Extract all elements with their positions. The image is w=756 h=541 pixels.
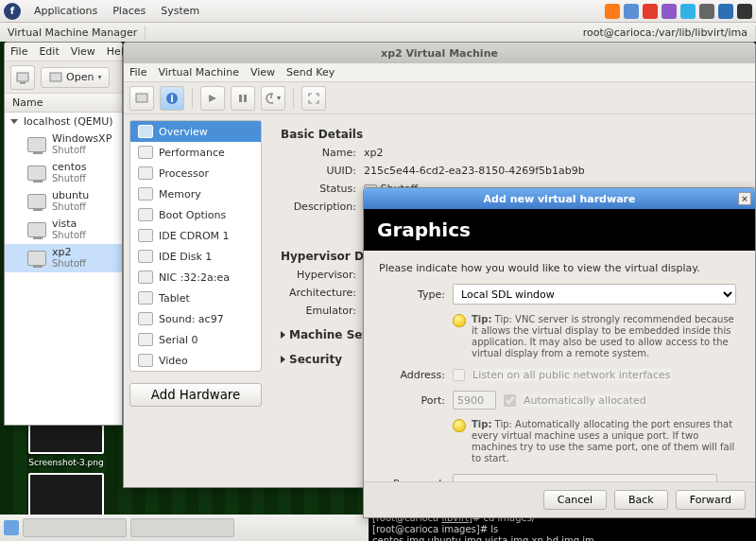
vm-row-vista[interactable]: vistaShutoff	[5, 216, 122, 244]
pidgin-icon[interactable]	[662, 4, 677, 19]
sidebar-item-icon	[138, 146, 153, 159]
update-icon[interactable]	[718, 4, 733, 19]
vm-state: Shutoff	[52, 230, 86, 241]
panel-menu-places[interactable]: Places	[105, 5, 153, 17]
type-select[interactable]: Local SDL window	[453, 284, 736, 305]
vm-row-centos[interactable]: centosShutoff	[5, 159, 122, 187]
vm-state: Shutoff	[52, 201, 89, 213]
sidebar-item-processor[interactable]: Processor	[130, 163, 261, 183]
vm-name: ubuntu	[52, 190, 89, 201]
svg-rect-3	[136, 94, 147, 102]
vm-detail-toolbar: i ▾	[124, 82, 755, 114]
sidebar-item-label: IDE CDROM 1	[159, 230, 230, 242]
vmm-col-name[interactable]: Name	[5, 94, 122, 113]
uuid-label: UUID:	[281, 165, 356, 177]
sidebar-item-label: NIC :32:2a:ea	[159, 271, 230, 284]
monitor-icon	[27, 251, 46, 266]
close-icon[interactable]: ×	[738, 192, 751, 205]
add-hardware-button[interactable]: Add Hardware	[129, 383, 262, 407]
task-terminal[interactable]: root@carioca:/var/lib/libvirt/ima	[576, 26, 756, 40]
bottom-task-2[interactable]	[130, 518, 234, 537]
email-icon[interactable]	[624, 4, 639, 19]
wizard-body: Please indicate how you would like to vi…	[364, 251, 755, 481]
opera-icon[interactable]	[643, 4, 658, 19]
run-button[interactable]	[200, 86, 225, 111]
password-field	[453, 474, 717, 481]
vm-row-xp2[interactable]: xp2Shutoff	[5, 244, 122, 272]
vm-name: centos	[52, 162, 87, 173]
tip-port: Tip: Tip: Automatically allocating the p…	[453, 419, 740, 464]
sidebar-item-boot-options[interactable]: Boot Options	[130, 204, 261, 225]
panel-menu-system[interactable]: System	[153, 5, 207, 17]
console-button[interactable]	[129, 86, 154, 111]
details-button[interactable]: i	[160, 86, 184, 111]
new-vm-button[interactable]	[10, 65, 35, 90]
gnome-panel: f Applications Places System	[0, 0, 756, 23]
vmm-menu-view[interactable]: View	[71, 45, 95, 58]
bottom-task-1[interactable]	[23, 518, 127, 537]
vm-row-ubuntu[interactable]: ubuntuShutoff	[5, 187, 122, 216]
sidebar-item-memory[interactable]: Memory	[130, 183, 261, 204]
sidebar-item-tablet[interactable]: Tablet	[130, 288, 261, 308]
monitor-icon	[27, 137, 46, 152]
sidebar-item-icon	[138, 208, 153, 221]
monitor-icon	[27, 166, 46, 181]
lightbulb-icon	[453, 314, 466, 327]
audio-icon[interactable]	[699, 4, 714, 19]
firefox-icon[interactable]	[605, 4, 620, 19]
sidebar-item-performance[interactable]: Performance	[130, 142, 261, 163]
monitor-icon	[27, 194, 46, 209]
vmd-menu-file[interactable]: File	[129, 66, 146, 79]
vm-detail-titlebar[interactable]: xp2 Virtual Machine	[124, 43, 755, 63]
show-desktop-icon[interactable]	[4, 520, 19, 535]
cancel-button[interactable]: Cancel	[543, 490, 607, 510]
sidebar-item-nic-32-2a-ea[interactable]: NIC :32:2a:ea	[130, 267, 261, 288]
fedora-logo-icon[interactable]: f	[4, 3, 21, 20]
sidebar-item-label: Tablet	[159, 292, 190, 305]
sidebar-item-sound-ac97[interactable]: Sound: ac97	[130, 308, 261, 329]
vmm-menu-file[interactable]: File	[10, 45, 27, 58]
wizard-title: Add new virtual hardware	[484, 193, 636, 205]
sidebar-item-icon	[138, 333, 153, 346]
panel-menu-applications[interactable]: Applications	[26, 5, 105, 17]
network-icon[interactable]	[737, 4, 752, 19]
window-list: Virtual Machine Manager root@carioca:/va…	[0, 23, 756, 42]
sidebar-item-icon	[138, 187, 153, 201]
svg-marker-6	[209, 95, 216, 102]
system-tray	[605, 4, 752, 19]
toolbar-sep	[192, 88, 193, 109]
expand-arrow-icon[interactable]	[10, 119, 18, 124]
pause-button[interactable]	[231, 86, 255, 111]
address-listen-checkbox	[453, 369, 465, 381]
wizard-footer: Cancel Back Forward	[364, 481, 755, 517]
skype-icon[interactable]	[680, 4, 696, 19]
vm-name: xp2	[52, 247, 86, 258]
fullscreen-button[interactable]	[301, 86, 326, 111]
vmd-menu-vm[interactable]: Virtual Machine	[158, 66, 239, 79]
vmm-menu-edit[interactable]: Edit	[39, 45, 59, 58]
sidebar-item-overview[interactable]: Overview	[130, 121, 261, 142]
add-hardware-wizard: Add new virtual hardware × Graphics Plea…	[363, 187, 756, 518]
sidebar-item-ide-cdrom-1[interactable]: IDE CDROM 1	[130, 225, 261, 246]
address-listen-label: Listen on all public network interfaces	[472, 369, 671, 381]
shutdown-button[interactable]: ▾	[261, 86, 285, 111]
sidebar-item-label: Serial 0	[159, 334, 198, 346]
sidebar-item-label: Performance	[159, 147, 225, 159]
sidebar-item-ide-disk-1[interactable]: IDE Disk 1	[130, 246, 261, 267]
sidebar-item-video[interactable]: Video	[130, 350, 261, 371]
task-vmm[interactable]: Virtual Machine Manager	[0, 26, 146, 40]
wizard-titlebar[interactable]: Add new virtual hardware ×	[364, 188, 755, 209]
vm-row-windowsxp[interactable]: WindowsXPShutoff	[5, 131, 122, 159]
vmd-menu-sendkey[interactable]: Send Key	[286, 66, 335, 79]
vmd-menu-view[interactable]: View	[250, 66, 275, 79]
back-button[interactable]: Back	[614, 490, 668, 510]
open-button[interactable]: Open▾	[41, 67, 110, 88]
port-auto-checkbox	[504, 394, 516, 407]
sidebar-item-serial-0[interactable]: Serial 0	[130, 329, 261, 350]
vmm-host-row[interactable]: localhost (QEMU)	[5, 113, 122, 131]
sidebar-item-label: Processor	[159, 167, 209, 180]
vmm-menubar: File Edit View Help	[5, 43, 122, 61]
forward-button[interactable]: Forward	[676, 490, 746, 510]
sidebar-item-label: Video	[159, 355, 188, 367]
port-auto-label: Automatically allocated	[524, 394, 646, 407]
